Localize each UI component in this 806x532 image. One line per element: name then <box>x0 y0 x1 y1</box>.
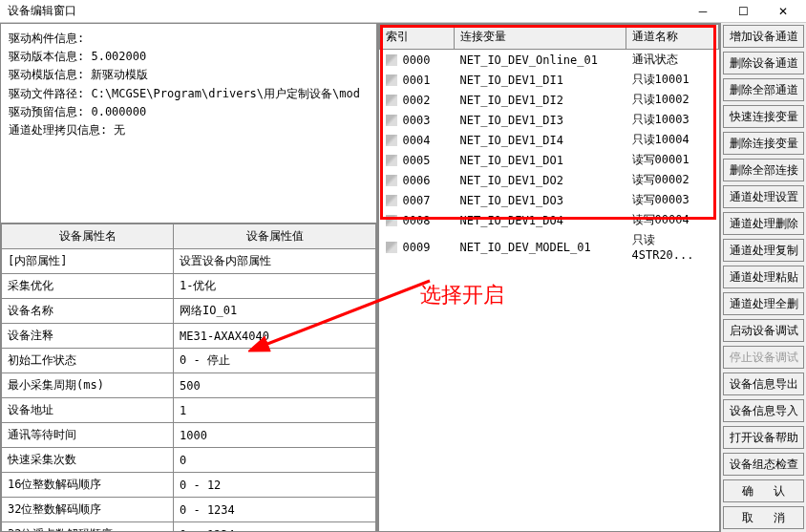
channel-row-icon <box>386 242 397 253</box>
channel-row-icon <box>386 135 397 146</box>
property-name: 设备地址 <box>2 398 174 423</box>
add-channel-button[interactable]: 增加设备通道 <box>723 25 804 48</box>
property-name: 采集优化 <box>2 274 174 299</box>
channel-row[interactable]: 0000NET_IO_DEV_Online_01通讯状态 <box>380 50 719 71</box>
quick-link-var-button[interactable]: 快速连接变量 <box>723 105 804 128</box>
channel-var: NET_IO_DEV1_DI1 <box>455 70 626 90</box>
channel-var: NET_IO_DEV1_DI3 <box>455 110 626 130</box>
channel-header-index[interactable]: 索引 <box>380 25 455 50</box>
del-all-channel-button[interactable]: 删除全部通道 <box>723 78 804 101</box>
property-value[interactable]: 1000 <box>174 423 376 448</box>
open-help-button[interactable]: 打开设备帮助 <box>723 426 804 449</box>
property-row[interactable]: 最小采集周期(ms)500 <box>2 373 376 398</box>
channel-row-icon <box>386 115 397 126</box>
property-value[interactable]: 1-优化 <box>174 274 376 299</box>
property-row[interactable]: 32位浮点数解码顺序0 - 1234 <box>2 522 376 533</box>
property-name: 32位整数解码顺序 <box>2 498 174 522</box>
channel-var: NET_IO_DEV1_DI2 <box>455 90 626 110</box>
channel-name: 读写00001 <box>626 150 719 170</box>
property-row[interactable]: 通讯等待时间1000 <box>2 423 376 448</box>
property-value[interactable]: 0 <box>174 448 376 473</box>
channel-index: 0005 <box>380 150 455 170</box>
import-info-button[interactable]: 设备信息导入 <box>723 399 804 422</box>
property-value[interactable]: 网络IO_01 <box>174 299 376 324</box>
channel-proc-copy-button[interactable]: 通道处理复制 <box>723 239 804 262</box>
property-row[interactable]: 16位整数解码顺序0 - 12 <box>2 473 376 498</box>
titlebar: 设备编辑窗口 ─ ☐ ✕ <box>0 0 806 23</box>
property-value[interactable]: 0 - 停止 <box>174 349 376 373</box>
property-value[interactable]: 500 <box>174 373 376 398</box>
property-value[interactable]: 0 - 12 <box>174 473 376 498</box>
property-name: [内部属性] <box>2 249 174 274</box>
channel-row[interactable]: 0005NET_IO_DEV1_DO1读写00001 <box>380 150 719 170</box>
property-row[interactable]: 设备地址1 <box>2 398 376 423</box>
maximize-button[interactable]: ☐ <box>724 1 762 22</box>
channel-row[interactable]: 0004NET_IO_DEV1_DI4只读10004 <box>380 130 719 150</box>
channel-row-icon <box>386 95 397 106</box>
export-info-button[interactable]: 设备信息导出 <box>723 372 804 395</box>
close-button[interactable]: ✕ <box>764 1 802 22</box>
channel-var: NET_IO_DEV1_DO4 <box>455 210 626 230</box>
channel-row-icon <box>386 74 397 86</box>
property-row[interactable]: 初始工作状态0 - 停止 <box>2 349 376 373</box>
channel-row[interactable]: 0008NET_IO_DEV1_DO4读写00004 <box>380 210 719 230</box>
channel-var: NET_IO_DEV1_DO1 <box>455 150 626 170</box>
property-row[interactable]: 设备名称网络IO_01 <box>2 299 376 324</box>
channel-row[interactable]: 0003NET_IO_DEV1_DI3只读10003 <box>380 110 719 130</box>
channel-proc-del-button[interactable]: 通道处理删除 <box>723 212 804 235</box>
start-debug-button[interactable]: 启动设备调试 <box>723 319 804 342</box>
window-title: 设备编辑窗口 <box>4 3 76 19</box>
channel-row[interactable]: 0007NET_IO_DEV1_DO3读写00003 <box>380 190 719 210</box>
channel-proc-paste-button[interactable]: 通道处理粘贴 <box>723 266 804 288</box>
property-row[interactable]: 快速采集次数0 <box>2 448 376 473</box>
channel-var: NET_IO_DEV1_DO3 <box>455 190 626 210</box>
cancel-button[interactable]: 取 消 <box>723 506 804 529</box>
channel-proc-set-button[interactable]: 通道处理设置 <box>723 185 804 208</box>
channel-index: 0007 <box>380 190 455 210</box>
channel-header-var[interactable]: 连接变量 <box>455 25 626 50</box>
property-name: 初始工作状态 <box>2 349 174 373</box>
channel-index: 0009 <box>380 230 455 264</box>
stop-debug-button[interactable]: 停止设备调试 <box>723 346 804 369</box>
del-link-var-button[interactable]: 删除连接变量 <box>723 132 804 155</box>
property-value[interactable]: ME31-AXAX4040 <box>174 324 376 349</box>
channel-var: NET_IO_DEV_MODEL_01 <box>455 230 626 264</box>
channel-index: 0008 <box>380 210 455 230</box>
channel-proc-all-del-button[interactable]: 通道处理全删 <box>723 292 804 315</box>
property-row[interactable]: 设备注释ME31-AXAX4040 <box>2 324 376 349</box>
property-name: 快速采集次数 <box>2 448 174 473</box>
channel-row-icon <box>386 175 397 186</box>
property-value[interactable]: 1 <box>174 398 376 423</box>
channel-row[interactable]: 0001NET_IO_DEV1_DI1只读10001 <box>380 70 719 90</box>
property-row[interactable]: [内部属性]设置设备内部属性 <box>2 249 376 274</box>
left-pane: 驱动构件信息: 驱动版本信息: 5.002000 驱动模版信息: 新驱动模版 驱… <box>0 23 378 532</box>
channel-row[interactable]: 0006NET_IO_DEV1_DO2读写00002 <box>380 170 719 190</box>
del-channel-button[interactable]: 删除设备通道 <box>723 52 804 74</box>
property-value[interactable]: 设置设备内部属性 <box>174 249 376 274</box>
config-check-button[interactable]: 设备组态检查 <box>723 453 804 476</box>
del-all-link-button[interactable]: 删除全部连接 <box>723 159 804 181</box>
channel-name: 只读4STR20... <box>626 230 719 264</box>
property-name: 通讯等待时间 <box>2 423 174 448</box>
channel-row[interactable]: 0002NET_IO_DEV1_DI2只读10002 <box>380 90 719 110</box>
prop-header-value: 设备属性值 <box>174 224 376 249</box>
property-row[interactable]: 32位整数解码顺序0 - 1234 <box>2 498 376 522</box>
channel-name: 只读10004 <box>626 130 719 150</box>
property-row[interactable]: 采集优化1-优化 <box>2 274 376 299</box>
channel-var: NET_IO_DEV1_DO2 <box>455 170 626 190</box>
property-table: 设备属性名 设备属性值 [内部属性]设置设备内部属性采集优化1-优化设备名称网络… <box>1 223 376 532</box>
right-button-pane: 增加设备通道 删除设备通道 删除全部通道 快速连接变量 删除连接变量 删除全部连… <box>720 23 806 532</box>
confirm-button[interactable]: 确 认 <box>723 479 804 502</box>
channel-row[interactable]: 0009NET_IO_DEV_MODEL_01只读4STR20... <box>380 230 719 264</box>
channel-header-name[interactable]: 通道名称 <box>626 25 719 50</box>
property-value[interactable]: 0 - 1234 <box>174 522 376 533</box>
channel-name: 读写00004 <box>626 210 719 230</box>
channel-var: NET_IO_DEV1_DI4 <box>455 130 626 150</box>
channel-row-icon <box>386 195 397 206</box>
channel-name: 只读10003 <box>626 110 719 130</box>
window-controls: ─ ☐ ✕ <box>684 1 802 22</box>
property-name: 设备注释 <box>2 324 174 349</box>
property-value[interactable]: 0 - 1234 <box>174 498 376 522</box>
driver-info-text: 驱动构件信息: 驱动版本信息: 5.002000 驱动模版信息: 新驱动模版 驱… <box>0 23 377 223</box>
minimize-button[interactable]: ─ <box>684 1 722 22</box>
